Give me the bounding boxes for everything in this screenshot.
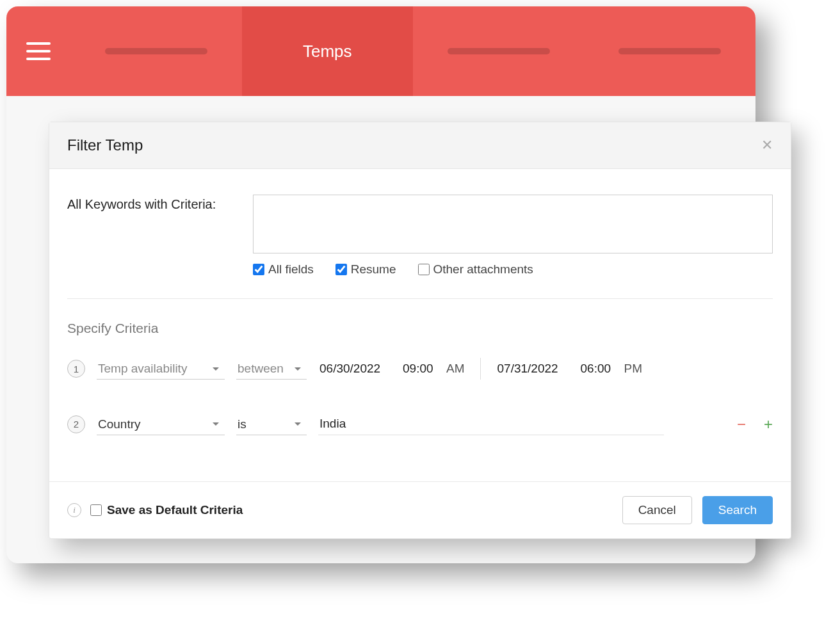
save-default-check[interactable]: Save as Default Criteria	[90, 503, 243, 517]
check-label: All fields	[268, 262, 314, 277]
to-meridiem: PM	[624, 362, 643, 376]
criteria-row: 2 Country is − +	[67, 413, 773, 435]
criteria-row: 1 Temp availability between AM PM	[67, 358, 773, 380]
menu-button[interactable]	[6, 42, 70, 60]
search-button[interactable]: Search	[702, 496, 773, 524]
to-datetime: PM	[496, 358, 643, 380]
specify-criteria-title: Specify Criteria	[67, 321, 773, 336]
criteria-field-select[interactable]: Temp availability	[97, 358, 225, 380]
check-all-fields[interactable]: All fields	[253, 262, 314, 277]
info-icon[interactable]: i	[67, 503, 81, 517]
check-resume[interactable]: Resume	[335, 262, 396, 277]
keywords-input[interactable]	[253, 195, 773, 253]
save-default-label: Save as Default Criteria	[107, 503, 243, 517]
nav-tab-label: Temps	[303, 42, 352, 61]
placeholder-icon	[618, 48, 721, 54]
criteria-operator-select[interactable]: is	[236, 413, 307, 435]
keyword-checks: All fields Resume Other attachments	[253, 262, 773, 277]
from-time-input[interactable]	[401, 358, 440, 380]
check-other-box[interactable]	[418, 264, 430, 275]
modal-title: Filter Temp	[67, 136, 143, 154]
placeholder-icon	[105, 48, 207, 54]
hamburger-icon	[26, 42, 51, 60]
criteria-number: 1	[67, 360, 85, 378]
from-meridiem: AM	[446, 362, 465, 376]
nav-tab-placeholder-2[interactable]	[413, 6, 585, 96]
criteria-value-input[interactable]	[318, 413, 664, 435]
check-all-fields-box[interactable]	[253, 264, 264, 275]
check-label: Resume	[351, 262, 396, 277]
close-icon[interactable]: ✕	[761, 137, 773, 154]
footer-buttons: Cancel Search	[622, 496, 773, 524]
check-resume-box[interactable]	[335, 264, 347, 275]
check-other-attachments[interactable]: Other attachments	[418, 262, 533, 277]
modal-header: Filter Temp ✕	[49, 122, 791, 169]
nav-tabs: Temps	[70, 6, 755, 96]
modal-footer: i Save as Default Criteria Cancel Search	[49, 481, 791, 538]
to-date-input[interactable]	[496, 358, 573, 380]
row-actions: − +	[737, 415, 773, 433]
nav-tab-placeholder-1[interactable]	[70, 6, 242, 96]
nav-tab-placeholder-3[interactable]	[585, 6, 756, 96]
add-criteria-icon[interactable]: +	[764, 415, 773, 433]
to-time-input[interactable]	[579, 358, 618, 380]
keywords-label: All Keywords with Criteria:	[67, 195, 234, 253]
nav-tab-temps[interactable]: Temps	[242, 6, 414, 96]
save-default-box[interactable]	[90, 504, 102, 516]
cancel-button[interactable]: Cancel	[622, 496, 692, 524]
check-label: Other attachments	[433, 262, 533, 277]
keywords-row: All Keywords with Criteria:	[67, 195, 773, 253]
criteria-number: 2	[67, 415, 85, 433]
modal-body: All Keywords with Criteria: All fields R…	[49, 169, 791, 481]
filter-modal: Filter Temp ✕ All Keywords with Criteria…	[49, 122, 791, 539]
placeholder-icon	[448, 48, 550, 54]
criteria-operator-select[interactable]: between	[236, 358, 307, 380]
criteria-field-select[interactable]: Country	[97, 413, 225, 435]
from-datetime: AM	[318, 358, 465, 380]
remove-criteria-icon[interactable]: −	[737, 415, 746, 433]
from-date-input[interactable]	[318, 358, 395, 380]
divider	[67, 298, 773, 299]
app-header: Temps	[6, 6, 755, 96]
vertical-separator	[480, 358, 481, 380]
